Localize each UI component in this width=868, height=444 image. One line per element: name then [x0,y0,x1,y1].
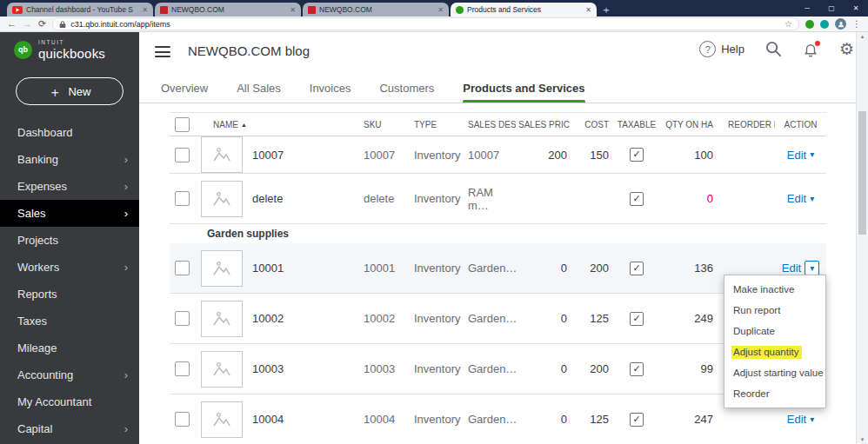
sidebar-item-accounting[interactable]: Accounting› [0,361,139,388]
sidebar-item-capital[interactable]: Capital› [0,415,139,442]
tab-customers[interactable]: Customers [379,74,434,103]
column-header-name[interactable]: NAME ▲ [196,120,361,129]
tab-title: Products and Services [467,5,582,14]
tab-all-sales[interactable]: All Sales [237,74,281,103]
gear-icon[interactable]: ⚙ [839,41,854,57]
bookmark-star-icon[interactable]: ☆ [785,19,792,29]
product-type: Inventory [411,243,465,293]
minimize-button[interactable]: ─ [795,0,819,17]
row-checkbox[interactable] [175,311,190,326]
new-tab-button[interactable]: ＋ [598,3,614,17]
taxable-checkbox[interactable]: ✓ [630,148,644,162]
new-button[interactable]: ＋ New [16,77,124,105]
edit-button[interactable]: Edit▾ [787,149,814,162]
edit-button-open[interactable]: Edit▾ [782,261,819,275]
tab-invoices[interactable]: Invoices [310,74,351,103]
browser-tab-newqbo-1[interactable]: NEWQBO.COM ✕ [155,3,301,17]
browser-tab-youtube[interactable]: Channel dashboard - YouTube S ✕ [7,3,153,17]
menu-item-make-inactive[interactable]: Make inactive [724,279,825,300]
main-content: NEWQBO.COM blog ? Help ⚙ Overview All Sa… [139,32,868,444]
menu-item-run-report[interactable]: Run report [724,300,825,321]
row-checkbox[interactable] [175,361,190,376]
table-header-row: NAME ▲ SKU TYPE SALES DESC SALES PRIC CO… [170,112,826,136]
scroll-up-icon[interactable]: ▲ [857,34,868,39]
menu-item-adjust-quantity[interactable]: Adjust quantity [724,341,825,362]
edit-button[interactable]: Edit▾ [787,413,814,426]
taxable-checkbox[interactable]: ✓ [630,312,644,326]
product-cost [570,174,611,223]
row-checkbox[interactable] [175,412,190,427]
extension-icon-green[interactable] [805,20,814,29]
chevron-right-icon: › [124,208,128,219]
browser-menu-icon[interactable]: ⋮ [852,19,861,29]
menu-item-duplicate[interactable]: Duplicate [724,321,825,341]
sidebar-item-reports[interactable]: Reports [0,281,139,308]
column-header-cost[interactable]: COST [570,120,611,129]
sidebar-item-mileage[interactable]: Mileage [0,335,139,361]
column-header-taxable[interactable]: TAXABLE [611,120,662,129]
sidebar-item-taxes[interactable]: Taxes [0,308,139,335]
forward-icon[interactable]: → [23,19,32,29]
scroll-down-icon[interactable]: ▼ [857,437,868,442]
sidebar-item-my-accountant[interactable]: My Accountant [0,388,139,415]
search-icon[interactable] [765,41,782,57]
highlighted-menu-label: Adjust quantity [731,346,802,359]
sidebar-item-banking[interactable]: Banking› [0,146,139,173]
back-icon[interactable]: ← [7,19,17,29]
tab-close-icon[interactable]: ✕ [290,6,296,14]
tab-close-icon[interactable]: ✕ [437,6,444,14]
edit-dropdown-caret[interactable]: ▾ [805,261,819,275]
notifications-bell-icon[interactable] [803,42,818,57]
scrollbar-thumb[interactable] [858,111,866,235]
select-all-checkbox[interactable] [175,117,190,132]
extension-icon-teal[interactable] [820,20,829,29]
edit-dropdown-caret[interactable]: ▾ [810,150,814,159]
maximize-button[interactable]: ▢ [819,0,844,17]
profile-avatar[interactable] [835,18,846,30]
row-checkbox[interactable] [175,148,190,162]
sidebar-item-sales[interactable]: Sales› [0,200,139,227]
tab-products-and-services[interactable]: Products and Services [463,74,584,103]
product-name: 10003 [250,344,361,394]
tab-title: Channel dashboard - YouTube S [26,5,138,14]
browser-toolbar: ← → ⟳ c31.qbo.intuit.com/app/items ☆ ⋮ [0,17,868,32]
product-qty-on-hand: 249 [662,294,716,343]
edit-button[interactable]: Edit▾ [787,192,814,205]
hamburger-menu-icon[interactable] [155,46,170,57]
taxable-checkbox[interactable]: ✓ [630,413,644,427]
sidebar-item-workers[interactable]: Workers› [0,254,139,281]
row-checkbox[interactable] [175,261,190,275]
browser-tab-products-services[interactable]: Products and Services ✕ [451,3,597,17]
column-header-reorder-point[interactable]: REORDER P [716,120,775,129]
refresh-icon[interactable]: ⟳ [38,19,46,29]
browser-tab-strip: Channel dashboard - YouTube S ✕ NEWQBO.C… [0,0,614,17]
tab-close-icon[interactable]: ✕ [585,6,591,14]
product-image-placeholder [201,401,243,438]
tab-close-icon[interactable]: ✕ [142,6,148,14]
sidebar-item-projects[interactable]: Projects [0,227,139,254]
column-header-sku[interactable]: SKU [361,120,411,129]
taxable-checkbox[interactable]: ✓ [630,362,644,376]
tab-overview[interactable]: Overview [161,74,208,103]
taxable-checkbox[interactable]: ✓ [630,192,644,206]
window-controls: ─ ▢ ✕ [795,0,868,17]
help-button[interactable]: ? Help [699,41,744,57]
row-checkbox[interactable] [175,191,190,206]
vertical-scrollbar[interactable]: ▲ ▼ [856,32,868,444]
column-header-sales-desc[interactable]: SALES DESC [465,120,516,129]
column-header-type[interactable]: TYPE [411,120,465,129]
product-type: Inventory [411,344,465,394]
address-bar[interactable]: c31.qbo.intuit.com/app/items ☆ [52,17,799,30]
edit-dropdown-caret[interactable]: ▾ [810,415,814,424]
menu-item-reorder[interactable]: Reorder [724,383,825,404]
column-header-qty-on-hand[interactable]: QTY ON HA [662,120,716,129]
close-button[interactable]: ✕ [844,0,868,17]
sidebar-item-expenses[interactable]: Expenses› [0,173,139,200]
column-header-sales-price[interactable]: SALES PRIC [516,120,570,129]
browser-tab-newqbo-2[interactable]: NEWQBO.COM ✕ [303,3,449,17]
column-header-action[interactable]: ACTION [775,120,826,129]
taxable-checkbox[interactable]: ✓ [630,262,644,275]
sidebar-item-dashboard[interactable]: Dashboard [0,119,139,146]
menu-item-adjust-starting-value[interactable]: Adjust starting value [724,362,825,383]
edit-dropdown-caret[interactable]: ▾ [810,195,814,203]
